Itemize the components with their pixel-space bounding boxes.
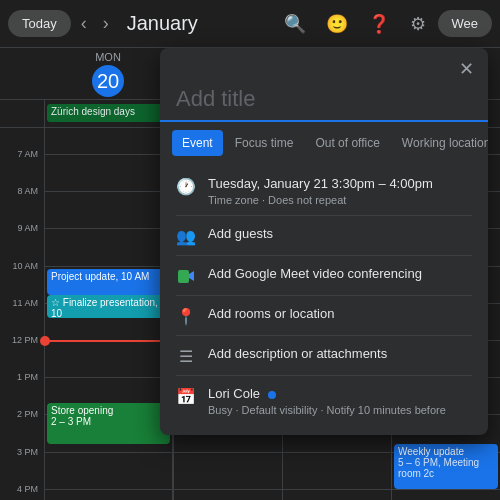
search-icon[interactable]: 🔍 (276, 9, 314, 39)
zurich-event[interactable]: Zürich design days (47, 104, 170, 122)
calendar-content: Lori Cole Busy · Default visibility · No… (208, 385, 472, 416)
project-update-event[interactable]: Project update, 10 AM (47, 269, 170, 295)
people-icon: 👥 (176, 226, 196, 246)
time-8am: 8 AM (17, 186, 38, 196)
time-1pm: 1 PM (17, 372, 38, 382)
modal-tabs: Event Focus time Out of office Working l… (160, 122, 488, 156)
guests-content: Add guests (208, 225, 472, 243)
meet-icon (176, 266, 196, 286)
today-button[interactable]: Today (8, 10, 71, 37)
next-button[interactable]: › (97, 9, 115, 38)
emoji-icon[interactable]: 🙂 (318, 9, 356, 39)
meet-text: Add Google Meet video conferencing (208, 265, 472, 283)
description-row[interactable]: ☰ Add description or attachments (176, 338, 472, 373)
datetime-row: 🕐 Tuesday, January 21 3:30pm – 4:00pm Ti… (176, 168, 472, 213)
time-11am: 11 AM (12, 298, 38, 308)
description-content: Add description or attachments (208, 345, 472, 363)
datetime-text[interactable]: Tuesday, January 21 3:30pm – 4:00pm (208, 175, 472, 193)
day-col-mon: Project update, 10 AM ☆ Finalize present… (44, 128, 172, 500)
all-day-cell-mon: Zürich design days (44, 100, 172, 127)
clock-icon: 🕐 (176, 176, 196, 196)
svg-marker-1 (189, 271, 194, 281)
add-guests-text: Add guests (208, 225, 472, 243)
guests-row[interactable]: 👥 Add guests (176, 218, 472, 253)
time-labels: 7 AM 8 AM 9 AM 10 AM 11 AM 12 PM 1 PM 2 … (0, 128, 44, 500)
time-9am: 9 AM (17, 223, 38, 233)
weekly-update-time: 5 – 6 PM, Meeting room 2c (398, 457, 494, 479)
tab-focus-time[interactable]: Focus time (225, 130, 304, 156)
modal-close-button[interactable]: ✕ (453, 56, 480, 82)
tab-out-of-office[interactable]: Out of office (305, 130, 389, 156)
modal-rows: 🕐 Tuesday, January 21 3:30pm – 4:00pm Ti… (160, 156, 488, 435)
location-content: Add rooms or location (208, 305, 472, 323)
title-input[interactable] (160, 82, 488, 122)
weekly-update-title: Weekly update (398, 446, 494, 457)
user-avatar-dot (268, 391, 276, 399)
description-icon: ☰ (176, 346, 196, 366)
day-num-mon: 20 (92, 65, 124, 97)
time-10am: 10 AM (12, 261, 38, 271)
day-header-mon: MON 20 (44, 48, 172, 99)
location-text: Add rooms or location (208, 305, 472, 323)
day-short-mon: MON (95, 51, 121, 63)
month-title: January (127, 12, 264, 35)
top-nav: Today ‹ › January 🔍 🙂 ❓ ⚙ Wee (0, 0, 500, 48)
event-create-modal: ✕ Event Focus time Out of office Working… (160, 48, 488, 435)
location-icon: 📍 (176, 306, 196, 326)
weekly-update-event[interactable]: Weekly update 5 – 6 PM, Meeting room 2c (394, 444, 498, 489)
timezone-text: Time zone · Does not repeat (208, 194, 472, 206)
calendar-icon: 📅 (176, 386, 196, 406)
help-icon[interactable]: ❓ (360, 9, 398, 39)
tab-event[interactable]: Event (172, 130, 223, 156)
week-button[interactable]: Wee (438, 10, 493, 37)
time-slots: 7 AM 8 AM 9 AM 10 AM 11 AM 12 PM 1 PM 2 … (0, 128, 172, 500)
settings-icon[interactable]: ⚙ (402, 9, 434, 39)
store-opening-event[interactable]: Store opening2 – 3 PM (47, 403, 170, 444)
day-columns-left: Project update, 10 AM ☆ Finalize present… (44, 128, 172, 500)
all-day-row: Zürich design days (0, 100, 172, 128)
time-12pm: 12 PM (12, 335, 38, 345)
datetime-content: Tuesday, January 21 3:30pm – 4:00pm Time… (208, 175, 472, 206)
time-grid: MON 20 Zürich design days 7 AM 8 AM 9 AM… (0, 48, 172, 500)
meet-row[interactable]: Add Google Meet video conferencing (176, 258, 472, 293)
svg-rect-0 (178, 270, 189, 283)
time-4pm: 4 PM (17, 484, 38, 494)
description-text: Add description or attachments (208, 345, 472, 363)
calendar-sub-text: Busy · Default visibility · Notify 10 mi… (208, 404, 472, 416)
modal-header: ✕ (160, 48, 488, 82)
day-headers: MON 20 (0, 48, 172, 100)
calendar-user-text: Lori Cole (208, 385, 472, 403)
calendar-row[interactable]: 📅 Lori Cole Busy · Default visibility · … (176, 378, 472, 423)
time-7am: 7 AM (17, 149, 38, 159)
current-time-line (45, 340, 172, 342)
prev-button[interactable]: ‹ (75, 9, 93, 38)
time-3pm: 3 PM (17, 447, 38, 457)
finalize-presentation-event[interactable]: ☆ Finalize presentation, 10 (47, 295, 170, 317)
meet-content: Add Google Meet video conferencing (208, 265, 472, 283)
time-2pm: 2 PM (17, 409, 38, 419)
current-time-dot (40, 336, 50, 346)
tab-working-location[interactable]: Working location (392, 130, 488, 156)
location-row[interactable]: 📍 Add rooms or location (176, 298, 472, 333)
